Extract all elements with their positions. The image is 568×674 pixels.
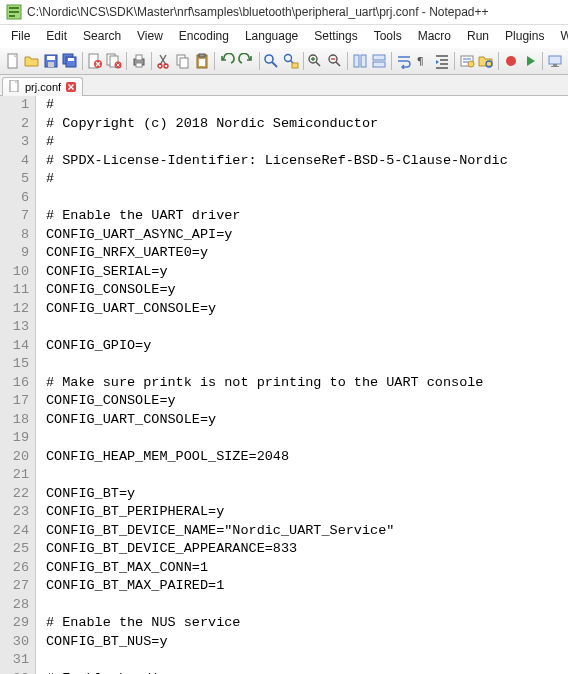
code-line[interactable]: CONFIG_CONSOLE=y <box>46 392 568 411</box>
toolbar-separator <box>542 52 543 70</box>
code-line[interactable]: CONFIG_HEAP_MEM_POOL_SIZE=2048 <box>46 448 568 467</box>
code-line[interactable]: CONFIG_UART_CONSOLE=y <box>46 300 568 319</box>
code-line[interactable]: CONFIG_BT_PERIPHERAL=y <box>46 503 568 522</box>
copy-icon[interactable] <box>174 51 192 71</box>
code-line[interactable]: CONFIG_SERIAL=y <box>46 263 568 282</box>
code-line[interactable]: # <box>46 96 568 115</box>
zoom-in-icon[interactable] <box>306 51 324 71</box>
code-line[interactable] <box>46 318 568 337</box>
code-line[interactable]: CONFIG_BT_DEVICE_APPEARANCE=833 <box>46 540 568 559</box>
line-number: 23 <box>6 503 29 522</box>
menu-window[interactable]: Window <box>553 27 568 45</box>
line-number: 27 <box>6 577 29 596</box>
indent-icon[interactable] <box>433 51 451 71</box>
code-line[interactable]: # <box>46 133 568 152</box>
menu-plugins[interactable]: Plugins <box>498 27 551 45</box>
tab-prj-conf[interactable]: prj.conf <box>2 77 83 96</box>
sync-v-icon[interactable] <box>350 51 368 71</box>
monitor-icon[interactable] <box>546 51 564 71</box>
code-line[interactable] <box>46 355 568 374</box>
menu-run[interactable]: Run <box>460 27 496 45</box>
line-number: 13 <box>6 318 29 337</box>
code-line[interactable]: CONFIG_GPIO=y <box>46 337 568 356</box>
line-number: 30 <box>6 633 29 652</box>
menu-view[interactable]: View <box>130 27 170 45</box>
menu-search[interactable]: Search <box>76 27 128 45</box>
code-line[interactable]: # Enable bonding <box>46 670 568 675</box>
svg-rect-40 <box>549 56 561 64</box>
close-icon[interactable] <box>86 51 104 71</box>
line-number: 12 <box>6 300 29 319</box>
code-line[interactable]: # Copyright (c) 2018 Nordic Semiconducto… <box>46 115 568 134</box>
line-number: 25 <box>6 540 29 559</box>
code-line[interactable] <box>46 429 568 448</box>
code-line[interactable]: CONFIG_CONSOLE=y <box>46 281 568 300</box>
menu-edit[interactable]: Edit <box>39 27 74 45</box>
toolbar-separator <box>347 52 348 70</box>
menu-encoding[interactable]: Encoding <box>172 27 236 45</box>
undo-icon[interactable] <box>218 51 236 71</box>
code-line[interactable] <box>46 189 568 208</box>
svg-rect-24 <box>199 54 205 57</box>
svg-point-20 <box>164 64 168 68</box>
code-area[interactable]: ## Copyright (c) 2018 Nordic Semiconduct… <box>36 96 568 674</box>
folder-icon[interactable] <box>477 51 495 71</box>
print-icon[interactable] <box>130 51 148 71</box>
code-line[interactable]: CONFIG_BT_MAX_CONN=1 <box>46 559 568 578</box>
menu-language[interactable]: Language <box>238 27 305 45</box>
replace-icon[interactable] <box>281 51 299 71</box>
app-icon <box>6 4 22 20</box>
new-file-icon[interactable] <box>4 51 22 71</box>
toolbar-separator <box>151 52 152 70</box>
save-all-icon[interactable] <box>61 51 79 71</box>
code-line[interactable]: CONFIG_NRFX_UARTE0=y <box>46 244 568 263</box>
svg-rect-18 <box>136 63 142 67</box>
line-number: 10 <box>6 263 29 282</box>
svg-rect-6 <box>47 56 55 60</box>
code-line[interactable]: CONFIG_BT_MAX_PAIRED=1 <box>46 577 568 596</box>
menu-file[interactable]: File <box>4 27 37 45</box>
code-line[interactable] <box>46 596 568 615</box>
code-line[interactable]: # SPDX-License-Identifier: LicenseRef-BS… <box>46 152 568 171</box>
svg-rect-42 <box>551 66 559 67</box>
record-icon[interactable] <box>502 51 520 71</box>
window-title: C:\Nordic\NCS\SDK\Master\nrf\samples\blu… <box>27 5 489 19</box>
wrap-icon[interactable] <box>395 51 413 71</box>
close-all-icon[interactable] <box>105 51 123 71</box>
code-line[interactable]: # Enable the UART driver <box>46 207 568 226</box>
editor[interactable]: 1234567891011121314151617181920212223242… <box>0 96 568 674</box>
find-icon[interactable] <box>262 51 280 71</box>
line-number: 32 <box>6 670 29 675</box>
cut-icon[interactable] <box>155 51 173 71</box>
code-line[interactable]: # Enable the NUS service <box>46 614 568 633</box>
code-line[interactable] <box>46 651 568 670</box>
code-line[interactable]: CONFIG_UART_ASYNC_API=y <box>46 226 568 245</box>
code-line[interactable]: CONFIG_BT=y <box>46 485 568 504</box>
menu-tools[interactable]: Tools <box>367 27 409 45</box>
toolbar-separator <box>82 52 83 70</box>
code-line[interactable]: # Make sure printk is not printing to th… <box>46 374 568 393</box>
menu-settings[interactable]: Settings <box>307 27 364 45</box>
code-line[interactable]: CONFIG_BT_DEVICE_NAME="Nordic_UART_Servi… <box>46 522 568 541</box>
code-line[interactable] <box>46 466 568 485</box>
open-icon[interactable] <box>23 51 41 71</box>
play-icon[interactable] <box>521 51 539 71</box>
code-line[interactable]: # <box>46 170 568 189</box>
paste-icon[interactable] <box>193 51 211 71</box>
line-number: 26 <box>6 559 29 578</box>
zoom-out-icon[interactable] <box>326 51 344 71</box>
line-number: 16 <box>6 374 29 393</box>
tab-label: prj.conf <box>25 81 61 93</box>
svg-rect-28 <box>292 63 298 68</box>
svg-rect-17 <box>136 55 142 60</box>
save-icon[interactable] <box>42 51 60 71</box>
lang-icon[interactable] <box>458 51 476 71</box>
all-chars-icon[interactable]: ¶ <box>414 51 432 71</box>
sync-h-icon[interactable] <box>370 51 388 71</box>
code-line[interactable]: CONFIG_BT_NUS=y <box>46 633 568 652</box>
code-line[interactable]: CONFIG_UART_CONSOLE=y <box>46 411 568 430</box>
line-number: 21 <box>6 466 29 485</box>
menu-macro[interactable]: Macro <box>411 27 458 45</box>
tab-close-icon[interactable] <box>65 82 76 93</box>
redo-icon[interactable] <box>237 51 255 71</box>
